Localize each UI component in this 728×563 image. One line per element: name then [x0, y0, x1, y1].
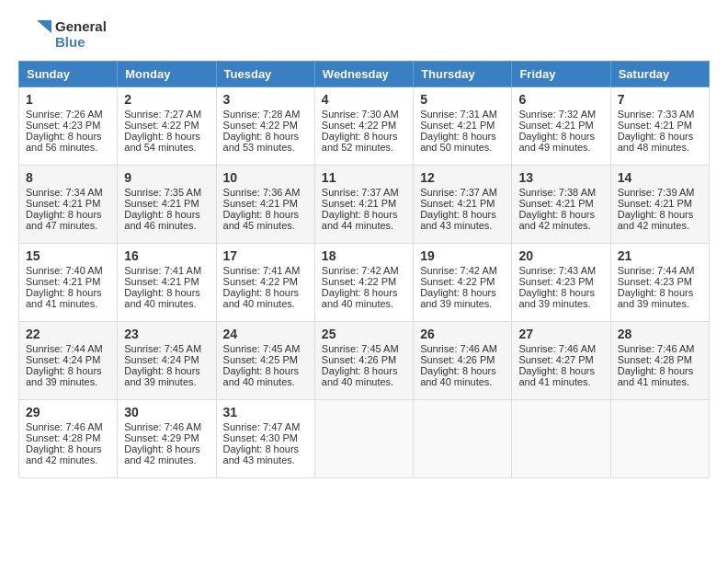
daylight: Daylight: 8 hours and 43 minutes. — [223, 443, 300, 465]
day-number: 26 — [420, 327, 505, 341]
day-number: 20 — [518, 248, 603, 263]
sunset: Sunset: 4:22 PM — [322, 276, 396, 287]
daylight: Daylight: 8 hours and 52 minutes. — [322, 131, 398, 153]
sunrise: Sunrise: 7:28 AM — [223, 109, 301, 120]
daylight: Daylight: 8 hours and 42 minutes. — [26, 443, 102, 465]
calendar-cell: 1Sunrise: 7:26 AMSunset: 4:23 PMDaylight… — [19, 87, 118, 166]
calendar-cell — [610, 400, 709, 478]
sunset: Sunset: 4:21 PM — [518, 120, 593, 131]
calendar-cell: 23Sunrise: 7:45 AMSunset: 4:24 PMDayligh… — [118, 322, 216, 400]
sunrise: Sunrise: 7:41 AM — [124, 265, 201, 276]
daylight: Daylight: 8 hours and 39 minutes. — [618, 287, 694, 309]
sunset: Sunset: 4:24 PM — [26, 354, 100, 365]
sunrise: Sunrise: 7:31 AM — [420, 109, 497, 120]
calendar-cell: 7Sunrise: 7:33 AMSunset: 4:21 PMDaylight… — [610, 87, 709, 166]
calendar-week-5: 29Sunrise: 7:46 AMSunset: 4:28 PMDayligh… — [19, 400, 710, 478]
sunset: Sunset: 4:22 PM — [223, 276, 298, 287]
column-header-thursday: Thursday — [414, 62, 512, 87]
day-number: 16 — [124, 248, 209, 263]
calendar-cell: 31Sunrise: 7:47 AMSunset: 4:30 PMDayligh… — [216, 400, 314, 478]
sunrise: Sunrise: 7:34 AM — [26, 187, 103, 198]
sunset: Sunset: 4:25 PM — [223, 354, 298, 365]
day-number: 11 — [322, 170, 406, 185]
sunset: Sunset: 4:21 PM — [618, 120, 692, 131]
daylight: Daylight: 8 hours and 40 minutes. — [322, 365, 398, 387]
day-number: 30 — [124, 405, 209, 419]
day-number: 25 — [322, 327, 406, 341]
sunrise: Sunrise: 7:39 AM — [618, 187, 695, 198]
daylight: Daylight: 8 hours and 56 minutes. — [26, 131, 102, 153]
sunrise: Sunrise: 7:46 AM — [518, 343, 596, 354]
daylight: Daylight: 8 hours and 50 minutes. — [420, 131, 496, 153]
calendar-cell: 22Sunrise: 7:44 AMSunset: 4:24 PMDayligh… — [19, 322, 118, 400]
calendar-cell: 18Sunrise: 7:42 AMSunset: 4:22 PMDayligh… — [314, 244, 413, 322]
day-number: 12 — [420, 170, 505, 185]
sunset: Sunset: 4:21 PM — [26, 276, 100, 287]
calendar-cell: 14Sunrise: 7:39 AMSunset: 4:21 PMDayligh… — [610, 166, 709, 244]
day-number: 31 — [223, 405, 308, 419]
daylight: Daylight: 8 hours and 39 minutes. — [26, 365, 102, 387]
calendar-table: SundayMondayTuesdayWednesdayThursdayFrid… — [18, 61, 710, 478]
sunrise: Sunrise: 7:27 AM — [124, 109, 201, 120]
sunrise: Sunrise: 7:42 AM — [322, 265, 399, 276]
column-header-friday: Friday — [512, 62, 610, 87]
calendar-cell: 8Sunrise: 7:34 AMSunset: 4:21 PMDaylight… — [19, 166, 118, 244]
daylight: Daylight: 8 hours and 40 minutes. — [124, 287, 200, 309]
calendar-cell: 9Sunrise: 7:35 AMSunset: 4:21 PMDaylight… — [118, 166, 216, 244]
column-header-tuesday: Tuesday — [216, 62, 314, 87]
logo-text-blue: Blue — [55, 34, 107, 50]
sunset: Sunset: 4:26 PM — [322, 354, 396, 365]
column-header-monday: Monday — [118, 62, 216, 87]
calendar-cell: 27Sunrise: 7:46 AMSunset: 4:27 PMDayligh… — [512, 322, 610, 400]
daylight: Daylight: 8 hours and 43 minutes. — [420, 209, 496, 231]
daylight: Daylight: 8 hours and 39 minutes. — [124, 365, 200, 387]
sunrise: Sunrise: 7:44 AM — [26, 343, 103, 354]
calendar-cell: 11Sunrise: 7:37 AMSunset: 4:21 PMDayligh… — [314, 166, 413, 244]
calendar-cell — [512, 400, 610, 478]
sunset: Sunset: 4:21 PM — [420, 120, 495, 131]
sunrise: Sunrise: 7:44 AM — [618, 265, 695, 276]
calendar-week-2: 8Sunrise: 7:34 AMSunset: 4:21 PMDaylight… — [19, 166, 710, 244]
sunset: Sunset: 4:24 PM — [124, 354, 199, 365]
day-number: 14 — [618, 170, 702, 185]
sunset: Sunset: 4:27 PM — [518, 354, 593, 365]
calendar-cell: 19Sunrise: 7:42 AMSunset: 4:22 PMDayligh… — [414, 244, 512, 322]
sunset: Sunset: 4:21 PM — [124, 198, 199, 209]
calendar-cell: 29Sunrise: 7:46 AMSunset: 4:28 PMDayligh… — [19, 400, 118, 478]
day-number: 19 — [420, 248, 505, 263]
sunrise: Sunrise: 7:33 AM — [618, 109, 695, 120]
day-number: 28 — [618, 327, 702, 341]
sunrise: Sunrise: 7:30 AM — [322, 109, 399, 120]
sunrise: Sunrise: 7:45 AM — [322, 343, 399, 354]
day-number: 18 — [322, 248, 406, 263]
calendar-cell — [314, 400, 413, 478]
calendar-cell: 13Sunrise: 7:38 AMSunset: 4:21 PMDayligh… — [512, 166, 610, 244]
sunset: Sunset: 4:26 PM — [420, 354, 495, 365]
daylight: Daylight: 8 hours and 47 minutes. — [26, 209, 102, 231]
sunrise: Sunrise: 7:36 AM — [223, 187, 301, 198]
sunrise: Sunrise: 7:35 AM — [124, 187, 201, 198]
day-number: 1 — [26, 92, 110, 107]
sunset: Sunset: 4:22 PM — [322, 120, 396, 131]
calendar-cell: 28Sunrise: 7:46 AMSunset: 4:28 PMDayligh… — [610, 322, 709, 400]
calendar-cell — [414, 400, 512, 478]
day-number: 21 — [618, 248, 702, 263]
day-number: 15 — [26, 248, 110, 263]
daylight: Daylight: 8 hours and 42 minutes. — [124, 443, 200, 465]
sunset: Sunset: 4:22 PM — [420, 276, 495, 287]
daylight: Daylight: 8 hours and 39 minutes. — [518, 287, 595, 309]
day-number: 10 — [223, 170, 308, 185]
sunset: Sunset: 4:21 PM — [420, 198, 495, 209]
daylight: Daylight: 8 hours and 54 minutes. — [124, 131, 200, 153]
daylight: Daylight: 8 hours and 44 minutes. — [322, 209, 398, 231]
sunset: Sunset: 4:22 PM — [124, 120, 199, 131]
daylight: Daylight: 8 hours and 45 minutes. — [223, 209, 300, 231]
daylight: Daylight: 8 hours and 41 minutes. — [618, 365, 694, 387]
day-number: 13 — [518, 170, 603, 185]
sunrise: Sunrise: 7:37 AM — [322, 187, 399, 198]
sunrise: Sunrise: 7:46 AM — [124, 421, 201, 432]
calendar-week-1: 1Sunrise: 7:26 AMSunset: 4:23 PMDaylight… — [19, 87, 710, 166]
daylight: Daylight: 8 hours and 39 minutes. — [420, 287, 496, 309]
calendar-cell: 3Sunrise: 7:28 AMSunset: 4:22 PMDaylight… — [216, 87, 314, 166]
daylight: Daylight: 8 hours and 48 minutes. — [618, 131, 694, 153]
